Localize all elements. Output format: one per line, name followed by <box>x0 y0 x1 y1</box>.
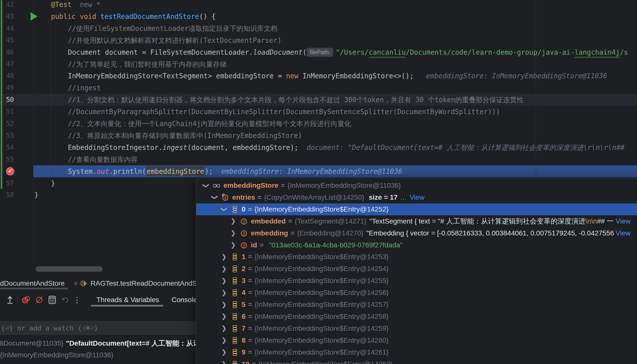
show-execution-point-icon[interactable] <box>4 291 16 309</box>
view-breakpoints-icon[interactable] <box>21 291 32 309</box>
code-line-56[interactable]: System.out.println(embeddingStore); embe… <box>68 165 402 177</box>
variable-row[interactable]: ltDocument@11035}"DefaultDocument[text=#… <box>0 338 196 349</box>
chevron-right-icon[interactable]: ❯ <box>230 229 236 237</box>
variable-type-ref: {InMemoryEmbeddingStore$Entry@14261} <box>254 348 388 356</box>
variable-type-ref: {InMemoryEmbeddingStore$Entry@14258} <box>254 312 388 320</box>
variable-value: "TextSegment { text = "# 人工智能：从计算逻辑到社会变革… <box>370 216 614 226</box>
code-line-53[interactable]: //3、将原始文本和向量存储到向量数据库中(InMemoryEmbeddingS… <box>68 130 302 142</box>
equals-sign: = <box>290 229 294 237</box>
view-link[interactable]: View <box>410 194 424 202</box>
variable-type-ref: {InMemoryEmbeddingStore@11036} <box>288 182 401 190</box>
evaluate-expression-icon[interactable] <box>47 291 58 309</box>
equals-sign: = <box>252 360 256 364</box>
variable-name: 8 <box>242 336 246 344</box>
variable-name: 7 <box>242 324 246 332</box>
chevron-right-icon[interactable]: ❯ <box>221 253 227 261</box>
run-test-gutter-icon[interactable] <box>30 12 38 21</box>
popup-row-embeddingStore[interactable]: ❯embeddingStore={InMemoryEmbeddingStore@… <box>196 180 637 192</box>
code-token: ( <box>302 48 307 56</box>
tab-console[interactable]: Console <box>172 291 196 309</box>
equals-sign: = <box>281 182 285 190</box>
code-line-47[interactable]: //为了简单起见，我们暂时使用基于内存的向量存储 <box>68 58 226 70</box>
popup-row-4[interactable]: ❯4={InMemoryEmbeddingStore$Entry@14256} <box>196 287 637 298</box>
code-token: } <box>51 179 55 187</box>
code-token <box>414 72 426 80</box>
code-line-54[interactable]: EmbeddingStoreIngestor.ingest(document, … <box>68 142 624 154</box>
variable-type-ref: {InMemoryEmbeddingStore$Entry@14260} <box>254 336 388 344</box>
chevron-right-icon[interactable]: ❯ <box>221 360 227 364</box>
popup-row-entries[interactable]: ❯fentries={CopyOnWriteArrayList@14250}si… <box>196 192 637 204</box>
chevron-right-icon[interactable]: ❯ <box>221 312 227 320</box>
variable-type-ref: {CopyOnWriteArrayList@14250} <box>264 194 364 202</box>
code-line-52[interactable]: //2、文本向量化：使用一个LangChain4j内置的轻量化向量模型对每个文本… <box>68 118 351 130</box>
popup-row-10[interactable]: ❯10={InMemoryEmbeddingStore$Entry@14262} <box>196 358 637 364</box>
popup-row-7[interactable]: ❯7={InMemoryEmbeddingStore$Entry@14259} <box>196 322 637 334</box>
chevron-right-icon[interactable]: ❯ <box>221 277 227 285</box>
code-line-46[interactable]: Document document = FileSystemDocumentLo… <box>68 46 628 58</box>
chevron-right-icon[interactable]: ❯ <box>230 241 236 249</box>
code-token: out <box>97 167 109 175</box>
view-link[interactable]: View <box>616 229 630 237</box>
popup-row-0[interactable]: ❯0={InMemoryEmbeddingStore$Entry@14252} <box>196 204 637 215</box>
variable-type-ref: {InMemoryEmbeddingStore$Entry@14254} <box>254 265 388 273</box>
variable-name: embedded <box>251 217 286 225</box>
chevron-right-icon[interactable]: ❯ <box>221 336 227 344</box>
add-watch-input[interactable]: (⏎) or add a watch (⇧⌘⏎) <box>0 320 196 336</box>
popup-row-9[interactable]: ❯9={InMemoryEmbeddingStore$Entry@14261} <box>196 346 637 358</box>
chevron-right-icon[interactable]: ❯ <box>230 217 236 225</box>
code-line-57[interactable]: } <box>51 177 55 189</box>
chevron-right-icon[interactable]: ❯ <box>221 301 227 308</box>
chevron-right-icon[interactable]: ❯ <box>221 348 227 356</box>
code-line-42[interactable]: @Test new * <box>51 0 100 10</box>
code-token: "/Users/ <box>336 48 368 56</box>
horizontal-scrollbar[interactable] <box>36 266 103 272</box>
code-token: System. <box>68 167 97 175</box>
chevron-down-icon[interactable]: ❯ <box>211 194 218 201</box>
field-icon: f <box>221 194 229 202</box>
code-line-48[interactable]: InMemoryEmbeddingStore<TextSegment> embe… <box>68 70 607 82</box>
popup-row-8[interactable]: ❯8={InMemoryEmbeddingStore$Entry@14260} <box>196 334 637 346</box>
chevron-down-icon[interactable]: ❯ <box>202 182 210 189</box>
variable-name: 6 <box>242 312 246 320</box>
array-item-icon <box>231 289 239 296</box>
debugger-inline-hint: embeddingStore: InMemoryEmbeddingStore@1… <box>426 72 607 80</box>
ide-window: 4243444546474849505152535455✓5758 @Test … <box>0 0 637 364</box>
breakpoint-icon[interactable]: ✓ <box>6 167 14 176</box>
code-token: loadDocument <box>253 48 302 56</box>
popup-row-embedding[interactable]: ❯fembedding={Embedding@14270}"Embedding … <box>196 227 637 239</box>
chevron-right-icon[interactable]: ❯ <box>221 324 227 332</box>
popup-row-2[interactable]: ❯2={InMemoryEmbeddingStore$Entry@14254} <box>196 263 637 275</box>
variable-name: 5 <box>242 300 246 308</box>
popup-row-3[interactable]: ❯3={InMemoryEmbeddingStore$Entry@14255} <box>196 275 637 287</box>
chevron-right-icon[interactable]: ❯ <box>221 265 227 273</box>
chevron-down-icon[interactable]: ❯ <box>220 206 228 212</box>
popup-row-id[interactable]: ❯fid="013ae03c-6a1a-4cba-b029-0769f27fda… <box>196 239 637 251</box>
code-line-45[interactable]: //并使用默认的文档解析器对文档进行解析(TextDocumentParser) <box>68 34 282 46</box>
code-line-49[interactable]: //ingest <box>68 82 101 94</box>
view-link[interactable]: View <box>616 217 630 225</box>
code-line-50[interactable]: //1、分割文档：默认使用递归分割器，将文档分割为多个文本片段，每个片段包含不超… <box>68 94 524 106</box>
array-item-icon <box>231 312 239 320</box>
equals-sign: = <box>248 348 252 356</box>
code-token: InMemoryEmbeddingStore<TextSegment> embe… <box>68 72 286 80</box>
code-line-51[interactable]: //DocumentByParagraphSplitter(DocumentBy… <box>68 106 500 118</box>
code-line-43[interactable]: public void testReadDocumentAndStore() { <box>51 10 216 22</box>
popup-row-6[interactable]: ❯6={InMemoryEmbeddingStore$Entry@14258} <box>196 310 637 322</box>
code-line-44[interactable]: //使用FileSystemDocumentLoader读取指定目录下的知识库文… <box>68 22 278 34</box>
variable-type-ref: {InMemoryEmbeddingStore$Entry@14252} <box>254 205 388 213</box>
code-line-58[interactable]: } <box>34 189 38 201</box>
popup-row-1[interactable]: ❯1={InMemoryEmbeddingStore$Entry@14253} <box>196 251 637 263</box>
variable-type-ref: {TextSegment@14271} <box>295 217 366 225</box>
mute-breakpoints-icon[interactable] <box>34 291 45 309</box>
chevron-right-icon[interactable]: ❯ <box>221 289 227 296</box>
debug-session-tab-2[interactable]: RAGTest.testReadDocumentAndSt <box>79 277 196 290</box>
popup-row-embedded[interactable]: ❯fembedded={TextSegment@14271}"TextSegme… <box>196 215 637 227</box>
reset-frame-icon[interactable] <box>60 291 70 309</box>
popup-row-5[interactable]: ❯5={InMemoryEmbeddingStore$Entry@14257} <box>196 298 637 310</box>
variable-row[interactable]: {InMemoryEmbeddingStore@11036} <box>0 349 196 361</box>
array-item-icon <box>231 253 239 261</box>
code-token: InMemoryEmbeddingStore<>(); <box>298 72 414 80</box>
close-icon[interactable]: × <box>74 279 78 288</box>
more-options-icon[interactable]: ⋮ <box>72 291 82 309</box>
code-line-55[interactable]: //查看向量数据库内容 <box>68 154 138 165</box>
